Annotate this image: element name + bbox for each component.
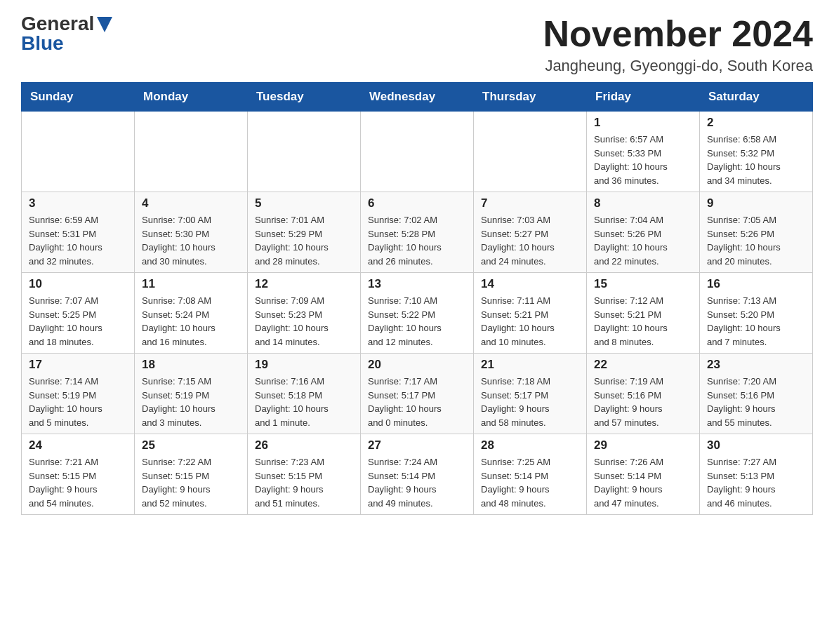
calendar-cell: 12Sunrise: 7:09 AM Sunset: 5:23 PM Dayli… [248, 273, 361, 354]
day-info: Sunrise: 6:59 AM Sunset: 5:31 PM Dayligh… [29, 213, 127, 268]
calendar-week-row: 17Sunrise: 7:14 AM Sunset: 5:19 PM Dayli… [22, 354, 813, 434]
day-info: Sunrise: 7:19 AM Sunset: 5:16 PM Dayligh… [594, 375, 692, 429]
day-info: Sunrise: 7:23 AM Sunset: 5:15 PM Dayligh… [255, 455, 353, 510]
day-info: Sunrise: 6:57 AM Sunset: 5:33 PM Dayligh… [594, 133, 692, 187]
day-number: 14 [481, 277, 579, 291]
calendar-cell: 26Sunrise: 7:23 AM Sunset: 5:15 PM Dayli… [248, 434, 361, 515]
day-info: Sunrise: 7:18 AM Sunset: 5:17 PM Dayligh… [481, 375, 579, 429]
calendar-cell: 7Sunrise: 7:03 AM Sunset: 5:27 PM Daylig… [474, 192, 587, 273]
day-number: 24 [29, 438, 127, 452]
day-number: 16 [707, 277, 805, 291]
weekday-header-tuesday: Tuesday [248, 83, 361, 112]
calendar-week-row: 3Sunrise: 6:59 AM Sunset: 5:31 PM Daylig… [22, 192, 813, 273]
day-number: 8 [594, 196, 692, 210]
calendar-cell: 30Sunrise: 7:27 AM Sunset: 5:13 PM Dayli… [700, 434, 813, 515]
day-number: 1 [594, 116, 692, 130]
calendar-week-row: 24Sunrise: 7:21 AM Sunset: 5:15 PM Dayli… [22, 434, 813, 515]
day-number: 20 [368, 358, 466, 372]
calendar-cell: 3Sunrise: 6:59 AM Sunset: 5:31 PM Daylig… [22, 192, 135, 273]
day-info: Sunrise: 7:08 AM Sunset: 5:24 PM Dayligh… [142, 294, 240, 349]
day-number: 21 [481, 358, 579, 372]
calendar-week-row: 10Sunrise: 7:07 AM Sunset: 5:25 PM Dayli… [22, 273, 813, 354]
logo-blue-text: Blue [21, 34, 64, 53]
calendar-cell: 6Sunrise: 7:02 AM Sunset: 5:28 PM Daylig… [361, 192, 474, 273]
day-number: 6 [368, 196, 466, 210]
day-number: 9 [707, 196, 805, 210]
calendar-cell: 21Sunrise: 7:18 AM Sunset: 5:17 PM Dayli… [474, 354, 587, 434]
day-number: 30 [707, 438, 805, 452]
calendar-title: November 2024 [543, 14, 813, 54]
weekday-header-saturday: Saturday [700, 83, 813, 112]
weekday-header-wednesday: Wednesday [361, 83, 474, 112]
calendar-cell [135, 112, 248, 192]
calendar-cell: 11Sunrise: 7:08 AM Sunset: 5:24 PM Dayli… [135, 273, 248, 354]
calendar-cell: 4Sunrise: 7:00 AM Sunset: 5:30 PM Daylig… [135, 192, 248, 273]
day-number: 4 [142, 196, 240, 210]
calendar-cell [474, 112, 587, 192]
calendar-cell: 20Sunrise: 7:17 AM Sunset: 5:17 PM Dayli… [361, 354, 474, 434]
title-section: November 2024 Jangheung, Gyeonggi-do, So… [543, 14, 813, 75]
day-number: 29 [594, 438, 692, 452]
calendar-cell: 5Sunrise: 7:01 AM Sunset: 5:29 PM Daylig… [248, 192, 361, 273]
day-info: Sunrise: 7:07 AM Sunset: 5:25 PM Dayligh… [29, 294, 127, 349]
calendar-cell: 18Sunrise: 7:15 AM Sunset: 5:19 PM Dayli… [135, 354, 248, 434]
day-info: Sunrise: 7:03 AM Sunset: 5:27 PM Dayligh… [481, 213, 579, 268]
day-info: Sunrise: 7:02 AM Sunset: 5:28 PM Dayligh… [368, 213, 466, 268]
day-info: Sunrise: 7:27 AM Sunset: 5:13 PM Dayligh… [707, 455, 805, 510]
calendar-cell: 14Sunrise: 7:11 AM Sunset: 5:21 PM Dayli… [474, 273, 587, 354]
day-number: 2 [707, 116, 805, 130]
location-subtitle: Jangheung, Gyeonggi-do, South Korea [543, 57, 813, 75]
calendar-cell: 9Sunrise: 7:05 AM Sunset: 5:26 PM Daylig… [700, 192, 813, 273]
day-number: 18 [142, 358, 240, 372]
day-info: Sunrise: 7:01 AM Sunset: 5:29 PM Dayligh… [255, 213, 353, 268]
calendar-cell: 10Sunrise: 7:07 AM Sunset: 5:25 PM Dayli… [22, 273, 135, 354]
day-number: 12 [255, 277, 353, 291]
svg-marker-0 [97, 17, 112, 32]
logo-triangle-icon [97, 17, 112, 32]
calendar-cell: 8Sunrise: 7:04 AM Sunset: 5:26 PM Daylig… [587, 192, 700, 273]
day-info: Sunrise: 7:20 AM Sunset: 5:16 PM Dayligh… [707, 375, 805, 429]
calendar-cell: 15Sunrise: 7:12 AM Sunset: 5:21 PM Dayli… [587, 273, 700, 354]
day-info: Sunrise: 7:14 AM Sunset: 5:19 PM Dayligh… [29, 375, 127, 429]
day-info: Sunrise: 7:22 AM Sunset: 5:15 PM Dayligh… [142, 455, 240, 510]
day-number: 13 [368, 277, 466, 291]
day-number: 26 [255, 438, 353, 452]
day-number: 27 [368, 438, 466, 452]
day-info: Sunrise: 7:25 AM Sunset: 5:14 PM Dayligh… [481, 455, 579, 510]
day-number: 25 [142, 438, 240, 452]
day-number: 22 [594, 358, 692, 372]
day-info: Sunrise: 7:12 AM Sunset: 5:21 PM Dayligh… [594, 294, 692, 349]
day-number: 15 [594, 277, 692, 291]
calendar-cell: 27Sunrise: 7:24 AM Sunset: 5:14 PM Dayli… [361, 434, 474, 515]
calendar-cell: 23Sunrise: 7:20 AM Sunset: 5:16 PM Dayli… [700, 354, 813, 434]
day-info: Sunrise: 6:58 AM Sunset: 5:32 PM Dayligh… [707, 133, 805, 187]
day-info: Sunrise: 7:13 AM Sunset: 5:20 PM Dayligh… [707, 294, 805, 349]
day-info: Sunrise: 7:26 AM Sunset: 5:14 PM Dayligh… [594, 455, 692, 510]
calendar-cell: 22Sunrise: 7:19 AM Sunset: 5:16 PM Dayli… [587, 354, 700, 434]
day-number: 7 [481, 196, 579, 210]
day-info: Sunrise: 7:05 AM Sunset: 5:26 PM Dayligh… [707, 213, 805, 268]
day-number: 19 [255, 358, 353, 372]
day-info: Sunrise: 7:00 AM Sunset: 5:30 PM Dayligh… [142, 213, 240, 268]
calendar-cell: 28Sunrise: 7:25 AM Sunset: 5:14 PM Dayli… [474, 434, 587, 515]
page-header: General Blue November 2024 Jangheung, Gy… [21, 14, 813, 75]
day-info: Sunrise: 7:10 AM Sunset: 5:22 PM Dayligh… [368, 294, 466, 349]
day-info: Sunrise: 7:21 AM Sunset: 5:15 PM Dayligh… [29, 455, 127, 510]
logo-general-text: General [21, 14, 94, 34]
calendar-cell: 1Sunrise: 6:57 AM Sunset: 5:33 PM Daylig… [587, 112, 700, 192]
calendar-cell [361, 112, 474, 192]
calendar-table: SundayMondayTuesdayWednesdayThursdayFrid… [21, 82, 813, 515]
calendar-cell: 13Sunrise: 7:10 AM Sunset: 5:22 PM Dayli… [361, 273, 474, 354]
day-info: Sunrise: 7:15 AM Sunset: 5:19 PM Dayligh… [142, 375, 240, 429]
calendar-cell [22, 112, 135, 192]
weekday-header-monday: Monday [135, 83, 248, 112]
calendar-cell: 24Sunrise: 7:21 AM Sunset: 5:15 PM Dayli… [22, 434, 135, 515]
weekday-header-sunday: Sunday [22, 83, 135, 112]
weekday-header-thursday: Thursday [474, 83, 587, 112]
day-info: Sunrise: 7:17 AM Sunset: 5:17 PM Dayligh… [368, 375, 466, 429]
day-number: 11 [142, 277, 240, 291]
weekday-header-row: SundayMondayTuesdayWednesdayThursdayFrid… [22, 83, 813, 112]
weekday-header-friday: Friday [587, 83, 700, 112]
calendar-cell: 29Sunrise: 7:26 AM Sunset: 5:14 PM Dayli… [587, 434, 700, 515]
day-info: Sunrise: 7:24 AM Sunset: 5:14 PM Dayligh… [368, 455, 466, 510]
